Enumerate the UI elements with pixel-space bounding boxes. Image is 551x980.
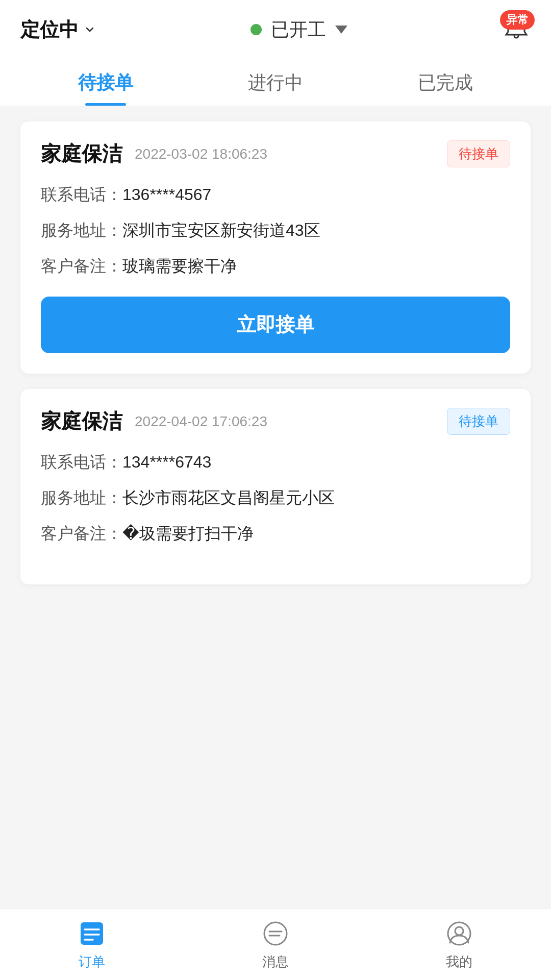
nav-item-messages[interactable]: 消息 — [184, 909, 367, 980]
svg-point-8 — [455, 927, 463, 935]
orders-icon — [77, 918, 107, 949]
phone-value-1: 136****4567 — [122, 182, 211, 207]
svg-point-4 — [264, 922, 287, 945]
status-badge-2: 待接单 — [447, 408, 510, 435]
status-text: 已开工 — [271, 17, 326, 42]
order-remark-row-2: 客户备注： �圾需要打扫干净 — [41, 521, 510, 546]
address-label-2: 服务地址： — [41, 485, 122, 510]
order-header-1: 家庭保洁 2022-03-02 18:06:23 待接单 — [41, 140, 510, 168]
address-value-2: 长沙市雨花区文昌阁星元小区 — [122, 485, 335, 510]
order-header-2: 家庭保洁 2022-04-02 17:06:23 待接单 — [41, 407, 510, 435]
order-title-wrap-2: 家庭保洁 2022-04-02 17:06:23 — [41, 407, 267, 435]
tab-completed[interactable]: 已完成 — [361, 55, 531, 106]
phone-value-2: 134****6743 — [122, 450, 211, 474]
messages-icon — [260, 918, 291, 949]
svg-point-7 — [448, 922, 470, 945]
nav-label-messages: 消息 — [262, 953, 289, 971]
order-remark-row-1: 客户备注： 玻璃需要擦干净 — [41, 254, 510, 278]
order-list: 家庭保洁 2022-03-02 18:06:23 待接单 联系电话： 136**… — [0, 106, 551, 600]
nav-label-orders: 订单 — [79, 953, 105, 971]
order-info-1: 联系电话： 136****4567 服务地址： 深圳市宝安区新安街道43区 客户… — [41, 182, 510, 278]
mine-icon — [444, 918, 474, 949]
order-card-1: 家庭保洁 2022-03-02 18:06:23 待接单 联系电话： 136**… — [20, 121, 531, 374]
status-arrow-icon — [335, 26, 347, 34]
order-time-1: 2022-03-02 18:06:23 — [135, 146, 267, 162]
alert-badge: 异常 — [500, 10, 535, 30]
chevron-down-icon — [84, 23, 96, 36]
order-phone-row-1: 联系电话： 136****4567 — [41, 182, 510, 207]
nav-label-mine: 我的 — [446, 953, 472, 971]
svg-rect-0 — [81, 922, 103, 945]
bottom-nav: 订单 消息 我的 — [0, 909, 551, 980]
nav-item-orders[interactable]: 订单 — [0, 909, 184, 980]
nav-item-mine[interactable]: 我的 — [367, 909, 551, 980]
status-wrap[interactable]: 已开工 — [251, 17, 347, 42]
tab-pending[interactable]: 待接单 — [20, 55, 190, 106]
order-info-2: 联系电话： 134****6743 服务地址： 长沙市雨花区文昌阁星元小区 客户… — [41, 450, 510, 546]
tabs: 待接单 进行中 已完成 — [0, 55, 551, 106]
remark-value-2: �圾需要打扫干净 — [122, 521, 254, 546]
order-title-2: 家庭保洁 — [41, 407, 122, 435]
status-dot — [251, 24, 262, 35]
address-label-1: 服务地址： — [41, 218, 122, 242]
address-value-1: 深圳市宝安区新安街道43区 — [122, 218, 320, 242]
order-title-wrap-1: 家庭保洁 2022-03-02 18:06:23 — [41, 140, 267, 168]
remark-label-2: 客户备注： — [41, 521, 122, 546]
order-address-row-1: 服务地址： 深圳市宝安区新安街道43区 — [41, 218, 510, 242]
status-badge-1: 待接单 — [447, 140, 510, 167]
tab-inprogress[interactable]: 进行中 — [190, 55, 360, 106]
remark-label-1: 客户备注： — [41, 254, 122, 278]
location-text: 定位中 — [20, 17, 79, 43]
order-address-row-2: 服务地址： 长沙市雨花区文昌阁星元小区 — [41, 485, 510, 510]
phone-label-2: 联系电话： — [41, 450, 122, 474]
order-time-2: 2022-04-02 17:06:23 — [135, 413, 267, 430]
accept-button-1[interactable]: 立即接单 — [41, 297, 510, 353]
order-card-2: 家庭保洁 2022-04-02 17:06:23 待接单 联系电话： 134**… — [20, 389, 531, 584]
alert-wrap[interactable]: 异常 — [502, 14, 531, 45]
order-title-1: 家庭保洁 — [41, 140, 122, 168]
phone-label-1: 联系电话： — [41, 182, 122, 207]
remark-value-1: 玻璃需要擦干净 — [122, 254, 237, 278]
location-wrap[interactable]: 定位中 — [20, 17, 96, 43]
order-phone-row-2: 联系电话： 134****6743 — [41, 450, 510, 474]
header: 定位中 已开工 异常 — [0, 0, 551, 55]
